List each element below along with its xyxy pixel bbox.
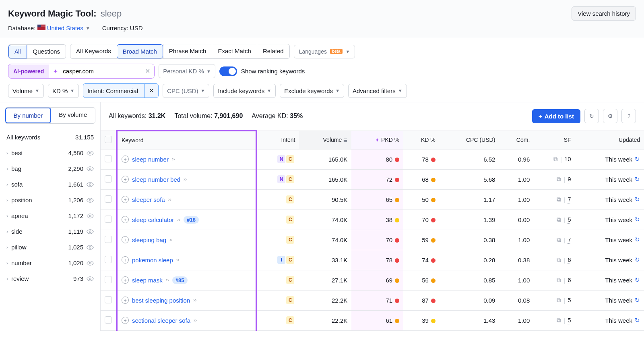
match-broad[interactable]: Broad Match — [117, 44, 163, 58]
col-volume[interactable]: Volume☰ — [299, 131, 351, 149]
expand-icon[interactable]: + — [122, 196, 129, 203]
serp-icon[interactable]: ⧉ — [557, 317, 561, 324]
eye-icon[interactable] — [87, 150, 94, 156]
col-updated[interactable]: Updated — [575, 131, 644, 149]
double-chevron-icon[interactable]: ›› — [194, 317, 197, 323]
eye-icon[interactable] — [87, 260, 94, 266]
double-chevron-icon[interactable]: ›› — [169, 237, 173, 243]
serp-icon[interactable]: ⧉ — [557, 256, 561, 264]
double-chevron-icon[interactable]: ›› — [172, 156, 175, 162]
include-keywords-filter[interactable]: Include keywords▼ — [213, 84, 276, 98]
select-all-checkbox[interactable] — [105, 136, 112, 143]
kd-filter[interactable]: KD %▼ — [48, 84, 79, 98]
col-kd[interactable]: KD % — [403, 131, 440, 149]
clear-domain-icon[interactable]: ✕ — [145, 67, 150, 75]
view-history-button[interactable]: View search history — [572, 6, 636, 21]
export-button[interactable]: ⤴ — [621, 109, 636, 123]
double-chevron-icon[interactable]: ›› — [168, 197, 171, 202]
expand-icon[interactable]: + — [122, 236, 129, 243]
col-com[interactable]: Com. — [499, 131, 534, 149]
refresh-row-icon[interactable]: ↻ — [635, 297, 640, 304]
refresh-row-icon[interactable]: ↻ — [635, 196, 640, 203]
eye-icon[interactable] — [87, 182, 94, 187]
sidebar-group[interactable]: ›apnea 1,172 — [5, 208, 95, 224]
keyword-link[interactable]: best sleeping position — [132, 297, 190, 304]
keyword-link[interactable]: sleep mask — [132, 277, 163, 284]
settings-button[interactable]: ⚙ — [603, 109, 617, 123]
serp-icon[interactable]: ⧉ — [557, 176, 561, 183]
cell-sf[interactable]: 5 — [568, 297, 571, 304]
sidebar-group[interactable]: ›bag 2,290 — [5, 161, 95, 176]
serp-icon[interactable]: ⧉ — [557, 276, 561, 284]
col-keyword[interactable]: Keyword — [117, 131, 256, 149]
refresh-row-icon[interactable]: ↻ — [635, 176, 640, 183]
row-checkbox[interactable] — [105, 216, 112, 223]
refresh-row-icon[interactable]: ↻ — [635, 216, 640, 223]
serp-icon[interactable]: ⧉ — [557, 297, 561, 304]
serp-icon[interactable]: ⧉ — [557, 216, 561, 223]
row-checkbox[interactable] — [105, 256, 112, 263]
sidebar-group[interactable]: ›sofa 1,661 — [5, 176, 95, 192]
advanced-filters[interactable]: Advanced filters▼ — [348, 84, 407, 98]
double-chevron-icon[interactable]: ›› — [177, 217, 180, 222]
refresh-row-icon[interactable]: ↻ — [635, 276, 640, 284]
personal-kd-dropdown[interactable]: Personal KD %▼ — [159, 64, 215, 78]
double-chevron-icon[interactable]: ›› — [193, 297, 196, 303]
cell-sf[interactable]: 10 — [564, 156, 571, 163]
match-exact[interactable]: Exact Match — [212, 44, 257, 58]
exclude-keywords-filter[interactable]: Exclude keywords▼ — [280, 84, 344, 98]
expand-icon[interactable]: + — [122, 176, 129, 183]
filter-questions[interactable]: Questions — [27, 45, 66, 58]
refresh-row-icon[interactable]: ↻ — [635, 317, 640, 324]
eye-icon[interactable] — [87, 166, 94, 172]
cell-sf[interactable]: 5 — [568, 317, 571, 324]
row-checkbox[interactable] — [105, 316, 112, 324]
languages-dropdown[interactable]: Languages beta ▼ — [294, 45, 355, 58]
keyword-link[interactable]: sleep number — [132, 156, 169, 163]
clear-intent-icon[interactable]: ✕ — [144, 84, 158, 98]
cell-sf[interactable]: 6 — [568, 256, 571, 264]
serp-icon[interactable]: ⧉ — [553, 156, 558, 163]
show-ranking-toggle[interactable] — [219, 66, 237, 76]
database-selector[interactable]: Database: United States ▼ — [8, 25, 90, 31]
refresh-button[interactable]: ↻ — [584, 109, 599, 123]
cell-sf[interactable]: 5 — [568, 216, 571, 224]
keyword-link[interactable]: sleep calculator — [132, 216, 174, 223]
refresh-row-icon[interactable]: ↻ — [635, 256, 640, 264]
expand-icon[interactable]: + — [122, 216, 129, 223]
sidebar-group[interactable]: ›best 4,580 — [5, 145, 95, 161]
row-checkbox[interactable] — [105, 175, 112, 183]
sidebar-tab-by-number[interactable]: By number — [5, 108, 51, 123]
col-pkd[interactable]: ✦PKD % — [351, 131, 403, 149]
eye-icon[interactable] — [87, 197, 94, 203]
keyword-link[interactable]: pokemon sleep — [132, 257, 173, 264]
cell-sf[interactable]: 7 — [568, 196, 571, 203]
volume-filter[interactable]: Volume▼ — [8, 84, 44, 98]
col-cpc[interactable]: CPC (USD) — [440, 131, 500, 149]
expand-icon[interactable]: + — [122, 297, 129, 304]
keyword-link[interactable]: sleep number bed — [132, 176, 180, 183]
expand-icon[interactable]: + — [122, 276, 129, 284]
sidebar-group[interactable]: ›review 973 — [5, 271, 95, 286]
eye-icon[interactable] — [87, 276, 94, 282]
eye-icon[interactable] — [87, 213, 94, 219]
refresh-row-icon[interactable]: ↻ — [635, 236, 640, 243]
eye-icon[interactable] — [87, 229, 94, 234]
serp-icon[interactable]: ⧉ — [557, 236, 561, 243]
col-intent[interactable]: Intent — [256, 131, 299, 149]
intent-filter[interactable]: Intent: Commercial✕ — [83, 83, 159, 98]
add-to-list-button[interactable]: +Add to list — [532, 109, 580, 123]
sidebar-group[interactable]: ›position 1,206 — [5, 192, 95, 208]
refresh-row-icon[interactable]: ↻ — [635, 156, 640, 163]
row-checkbox[interactable] — [105, 296, 112, 303]
row-checkbox[interactable] — [105, 276, 112, 283]
sidebar-group[interactable]: ›pillow 1,025 — [5, 239, 95, 255]
cell-sf[interactable]: 7 — [568, 236, 571, 244]
expand-icon[interactable]: + — [122, 156, 129, 163]
match-all-keywords[interactable]: All Keywords — [70, 44, 117, 58]
keyword-link[interactable]: sleeper sofa — [132, 196, 165, 203]
row-checkbox[interactable] — [105, 236, 112, 243]
sidebar-group[interactable]: ›number 1,020 — [5, 255, 95, 271]
match-related[interactable]: Related — [257, 44, 289, 58]
expand-icon[interactable]: + — [122, 317, 129, 324]
